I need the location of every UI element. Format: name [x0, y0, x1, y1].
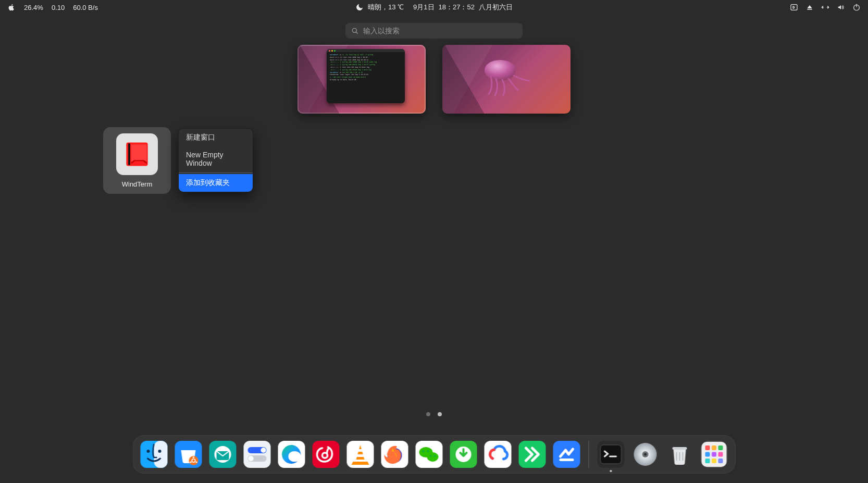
svg-rect-49: [673, 447, 687, 450]
todesk-icon[interactable]: [553, 441, 580, 468]
night-moon-icon: [355, 3, 364, 11]
network-arrows-icon[interactable]: [821, 3, 829, 11]
input-method-icon[interactable]: [790, 3, 798, 11]
disc-icon[interactable]: [632, 441, 659, 468]
workspace-thumb-2[interactable]: [442, 45, 571, 114]
power-icon[interactable]: [852, 3, 861, 11]
mini-terminal-preview: user@host ~$ ls -la /var/log && tail -f …: [327, 49, 405, 103]
ctx-item-new-empty-window[interactable]: New Empty Window: [179, 146, 253, 171]
volume-icon[interactable]: [837, 3, 845, 11]
apple-logo-icon[interactable]: [7, 3, 16, 11]
svg-rect-59: [718, 459, 723, 463]
search-input[interactable]: [345, 23, 523, 39]
svg-point-2: [352, 28, 356, 32]
page-indicator: [426, 412, 442, 416]
svg-point-3: [485, 60, 516, 81]
mail-icon[interactable]: [209, 441, 237, 468]
firefox-icon[interactable]: [381, 441, 408, 468]
svg-rect-0: [791, 5, 797, 10]
svg-rect-56: [718, 452, 723, 457]
svg-rect-43: [560, 459, 574, 461]
trash-icon[interactable]: [666, 441, 693, 468]
svg-point-36: [430, 455, 431, 457]
svg-rect-55: [712, 452, 716, 457]
svg-rect-52: [712, 445, 716, 450]
launchpad-icon[interactable]: [701, 441, 728, 468]
workspace-switcher: user@host ~$ ls -la /var/log && tail -f …: [0, 45, 868, 114]
wechat-icon[interactable]: [416, 441, 443, 468]
svg-point-35: [427, 450, 429, 452]
svg-rect-28: [356, 454, 365, 457]
svg-rect-53: [718, 445, 723, 450]
svg-point-13: [190, 461, 191, 463]
weather-text[interactable]: 晴朗，13 ℃: [368, 3, 404, 12]
ctx-item-add-favorite[interactable]: 添加到收藏夹: [179, 174, 253, 192]
svg-point-34: [423, 450, 425, 452]
svg-rect-5: [128, 143, 130, 165]
load-average: 0.10: [52, 4, 65, 11]
edge-browser-icon[interactable]: [278, 441, 305, 468]
page-dot-1[interactable]: [426, 412, 430, 416]
terminal-icon[interactable]: [598, 441, 625, 468]
svg-point-33: [427, 452, 439, 462]
page-dot-2[interactable]: [438, 412, 442, 416]
vlc-icon[interactable]: [347, 441, 374, 468]
jellyfish-wallpaper-icon: [475, 56, 538, 97]
topbar-date[interactable]: 9月1日: [413, 3, 434, 12]
ctx-item-new-window[interactable]: 新建窗口: [179, 129, 253, 146]
cpu-percent: 26.4%: [24, 4, 43, 11]
svg-rect-18: [244, 441, 271, 468]
workspace-thumb-1[interactable]: user@host ~$ ls -la /var/log && tail -f …: [297, 45, 426, 114]
dock-container: [133, 435, 736, 474]
downloader-icon[interactable]: [450, 441, 477, 468]
app-label: WindTerm: [122, 180, 153, 188]
svg-rect-58: [712, 459, 716, 463]
topbar-time[interactable]: 18：27：52: [439, 3, 475, 12]
svg-point-37: [434, 455, 436, 457]
svg-point-22: [249, 456, 254, 461]
svg-point-8: [147, 450, 150, 453]
svg-point-48: [644, 453, 647, 456]
finder-icon[interactable]: [141, 441, 168, 468]
search-container: [345, 23, 523, 39]
dock-separator: [589, 441, 589, 468]
svg-point-9: [158, 450, 162, 453]
software-store-icon[interactable]: [175, 441, 202, 468]
svg-rect-27: [357, 449, 364, 452]
svg-point-14: [195, 461, 197, 463]
svg-rect-54: [705, 452, 710, 457]
svg-rect-45: [601, 445, 622, 464]
netease-music-icon[interactable]: [313, 441, 340, 468]
context-menu: 新建窗口 New Empty Window 添加到收藏夹: [178, 128, 253, 192]
eject-icon[interactable]: [805, 3, 814, 11]
svg-point-12: [193, 456, 194, 458]
top-bar: 26.4% 0.10 60.0 B/s 晴朗，13 ℃ 9月1日 18：27：5…: [0, 0, 868, 15]
svg-point-20: [261, 448, 266, 453]
ctx-divider: [179, 172, 253, 173]
topbar-lunar[interactable]: 八月初六日: [479, 3, 513, 12]
settings-pill-icon[interactable]: [244, 441, 271, 468]
svg-rect-57: [705, 459, 710, 463]
dock: [133, 435, 736, 474]
search-icon: [351, 27, 359, 35]
svg-rect-51: [705, 445, 710, 450]
net-speed: 60.0 B/s: [73, 4, 98, 11]
app-windterm[interactable]: WindTerm: [103, 127, 171, 194]
baidu-netdisk-icon[interactable]: [485, 441, 512, 468]
edrawmind-icon[interactable]: [519, 441, 546, 468]
windterm-icon: [116, 133, 158, 175]
svg-rect-42: [553, 441, 580, 468]
svg-rect-7: [154, 441, 168, 468]
